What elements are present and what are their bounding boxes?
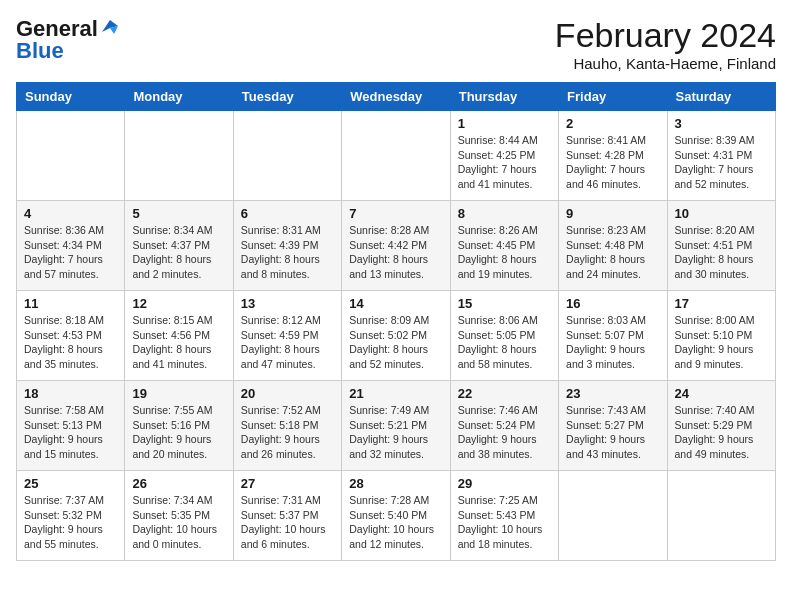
col-header-tuesday: Tuesday xyxy=(233,83,341,111)
day-cell: 7Sunrise: 8:28 AMSunset: 4:42 PMDaylight… xyxy=(342,201,450,291)
day-number: 25 xyxy=(24,476,117,491)
day-cell: 2Sunrise: 8:41 AMSunset: 4:28 PMDaylight… xyxy=(559,111,667,201)
day-detail: Sunrise: 8:36 AMSunset: 4:34 PMDaylight:… xyxy=(24,223,117,282)
day-cell: 26Sunrise: 7:34 AMSunset: 5:35 PMDayligh… xyxy=(125,471,233,561)
location: Hauho, Kanta-Haeme, Finland xyxy=(555,55,776,72)
day-number: 11 xyxy=(24,296,117,311)
day-detail: Sunrise: 7:28 AMSunset: 5:40 PMDaylight:… xyxy=(349,493,442,552)
day-cell: 6Sunrise: 8:31 AMSunset: 4:39 PMDaylight… xyxy=(233,201,341,291)
week-row-4: 25Sunrise: 7:37 AMSunset: 5:32 PMDayligh… xyxy=(17,471,776,561)
day-detail: Sunrise: 7:34 AMSunset: 5:35 PMDaylight:… xyxy=(132,493,225,552)
day-cell: 22Sunrise: 7:46 AMSunset: 5:24 PMDayligh… xyxy=(450,381,558,471)
week-row-0: 1Sunrise: 8:44 AMSunset: 4:25 PMDaylight… xyxy=(17,111,776,201)
day-cell: 24Sunrise: 7:40 AMSunset: 5:29 PMDayligh… xyxy=(667,381,775,471)
day-number: 6 xyxy=(241,206,334,221)
day-number: 28 xyxy=(349,476,442,491)
day-detail: Sunrise: 7:46 AMSunset: 5:24 PMDaylight:… xyxy=(458,403,551,462)
logo-bird-icon xyxy=(100,18,118,36)
day-number: 27 xyxy=(241,476,334,491)
day-cell: 25Sunrise: 7:37 AMSunset: 5:32 PMDayligh… xyxy=(17,471,125,561)
day-detail: Sunrise: 7:55 AMSunset: 5:16 PMDaylight:… xyxy=(132,403,225,462)
page-header: General Blue February 2024 Hauho, Kanta-… xyxy=(16,16,776,72)
day-cell: 29Sunrise: 7:25 AMSunset: 5:43 PMDayligh… xyxy=(450,471,558,561)
day-cell: 20Sunrise: 7:52 AMSunset: 5:18 PMDayligh… xyxy=(233,381,341,471)
day-cell xyxy=(342,111,450,201)
day-number: 24 xyxy=(675,386,768,401)
day-detail: Sunrise: 8:23 AMSunset: 4:48 PMDaylight:… xyxy=(566,223,659,282)
title-block: February 2024 Hauho, Kanta-Haeme, Finlan… xyxy=(555,16,776,72)
day-detail: Sunrise: 7:49 AMSunset: 5:21 PMDaylight:… xyxy=(349,403,442,462)
day-detail: Sunrise: 8:41 AMSunset: 4:28 PMDaylight:… xyxy=(566,133,659,192)
day-detail: Sunrise: 7:40 AMSunset: 5:29 PMDaylight:… xyxy=(675,403,768,462)
day-detail: Sunrise: 8:09 AMSunset: 5:02 PMDaylight:… xyxy=(349,313,442,372)
day-detail: Sunrise: 7:37 AMSunset: 5:32 PMDaylight:… xyxy=(24,493,117,552)
day-number: 4 xyxy=(24,206,117,221)
day-cell: 18Sunrise: 7:58 AMSunset: 5:13 PMDayligh… xyxy=(17,381,125,471)
day-cell: 19Sunrise: 7:55 AMSunset: 5:16 PMDayligh… xyxy=(125,381,233,471)
logo-blue: Blue xyxy=(16,38,64,64)
day-number: 14 xyxy=(349,296,442,311)
day-cell: 5Sunrise: 8:34 AMSunset: 4:37 PMDaylight… xyxy=(125,201,233,291)
day-detail: Sunrise: 8:28 AMSunset: 4:42 PMDaylight:… xyxy=(349,223,442,282)
day-number: 17 xyxy=(675,296,768,311)
calendar-table: SundayMondayTuesdayWednesdayThursdayFrid… xyxy=(16,82,776,561)
day-cell: 28Sunrise: 7:28 AMSunset: 5:40 PMDayligh… xyxy=(342,471,450,561)
day-number: 5 xyxy=(132,206,225,221)
day-detail: Sunrise: 7:43 AMSunset: 5:27 PMDaylight:… xyxy=(566,403,659,462)
day-detail: Sunrise: 8:03 AMSunset: 5:07 PMDaylight:… xyxy=(566,313,659,372)
day-cell: 16Sunrise: 8:03 AMSunset: 5:07 PMDayligh… xyxy=(559,291,667,381)
day-number: 3 xyxy=(675,116,768,131)
day-cell: 8Sunrise: 8:26 AMSunset: 4:45 PMDaylight… xyxy=(450,201,558,291)
col-header-sunday: Sunday xyxy=(17,83,125,111)
day-number: 7 xyxy=(349,206,442,221)
day-number: 8 xyxy=(458,206,551,221)
day-number: 2 xyxy=(566,116,659,131)
day-detail: Sunrise: 8:06 AMSunset: 5:05 PMDaylight:… xyxy=(458,313,551,372)
day-number: 18 xyxy=(24,386,117,401)
day-detail: Sunrise: 7:52 AMSunset: 5:18 PMDaylight:… xyxy=(241,403,334,462)
day-cell: 23Sunrise: 7:43 AMSunset: 5:27 PMDayligh… xyxy=(559,381,667,471)
col-header-thursday: Thursday xyxy=(450,83,558,111)
day-cell: 21Sunrise: 7:49 AMSunset: 5:21 PMDayligh… xyxy=(342,381,450,471)
day-cell: 27Sunrise: 7:31 AMSunset: 5:37 PMDayligh… xyxy=(233,471,341,561)
day-number: 21 xyxy=(349,386,442,401)
day-number: 29 xyxy=(458,476,551,491)
day-number: 19 xyxy=(132,386,225,401)
col-header-wednesday: Wednesday xyxy=(342,83,450,111)
col-header-friday: Friday xyxy=(559,83,667,111)
month-title: February 2024 xyxy=(555,16,776,55)
day-detail: Sunrise: 7:31 AMSunset: 5:37 PMDaylight:… xyxy=(241,493,334,552)
day-number: 22 xyxy=(458,386,551,401)
day-cell xyxy=(667,471,775,561)
day-number: 26 xyxy=(132,476,225,491)
day-cell: 17Sunrise: 8:00 AMSunset: 5:10 PMDayligh… xyxy=(667,291,775,381)
day-detail: Sunrise: 8:39 AMSunset: 4:31 PMDaylight:… xyxy=(675,133,768,192)
day-cell: 11Sunrise: 8:18 AMSunset: 4:53 PMDayligh… xyxy=(17,291,125,381)
day-number: 12 xyxy=(132,296,225,311)
day-detail: Sunrise: 8:31 AMSunset: 4:39 PMDaylight:… xyxy=(241,223,334,282)
day-number: 23 xyxy=(566,386,659,401)
header-row: SundayMondayTuesdayWednesdayThursdayFrid… xyxy=(17,83,776,111)
day-cell: 3Sunrise: 8:39 AMSunset: 4:31 PMDaylight… xyxy=(667,111,775,201)
day-detail: Sunrise: 8:26 AMSunset: 4:45 PMDaylight:… xyxy=(458,223,551,282)
week-row-3: 18Sunrise: 7:58 AMSunset: 5:13 PMDayligh… xyxy=(17,381,776,471)
day-detail: Sunrise: 8:00 AMSunset: 5:10 PMDaylight:… xyxy=(675,313,768,372)
day-number: 13 xyxy=(241,296,334,311)
day-cell: 10Sunrise: 8:20 AMSunset: 4:51 PMDayligh… xyxy=(667,201,775,291)
day-cell: 9Sunrise: 8:23 AMSunset: 4:48 PMDaylight… xyxy=(559,201,667,291)
day-detail: Sunrise: 8:44 AMSunset: 4:25 PMDaylight:… xyxy=(458,133,551,192)
day-number: 10 xyxy=(675,206,768,221)
day-detail: Sunrise: 8:20 AMSunset: 4:51 PMDaylight:… xyxy=(675,223,768,282)
week-row-2: 11Sunrise: 8:18 AMSunset: 4:53 PMDayligh… xyxy=(17,291,776,381)
day-cell xyxy=(233,111,341,201)
day-number: 15 xyxy=(458,296,551,311)
day-number: 1 xyxy=(458,116,551,131)
day-detail: Sunrise: 8:12 AMSunset: 4:59 PMDaylight:… xyxy=(241,313,334,372)
day-cell xyxy=(17,111,125,201)
day-detail: Sunrise: 8:15 AMSunset: 4:56 PMDaylight:… xyxy=(132,313,225,372)
day-cell: 14Sunrise: 8:09 AMSunset: 5:02 PMDayligh… xyxy=(342,291,450,381)
col-header-monday: Monday xyxy=(125,83,233,111)
col-header-saturday: Saturday xyxy=(667,83,775,111)
day-cell: 15Sunrise: 8:06 AMSunset: 5:05 PMDayligh… xyxy=(450,291,558,381)
day-detail: Sunrise: 7:58 AMSunset: 5:13 PMDaylight:… xyxy=(24,403,117,462)
